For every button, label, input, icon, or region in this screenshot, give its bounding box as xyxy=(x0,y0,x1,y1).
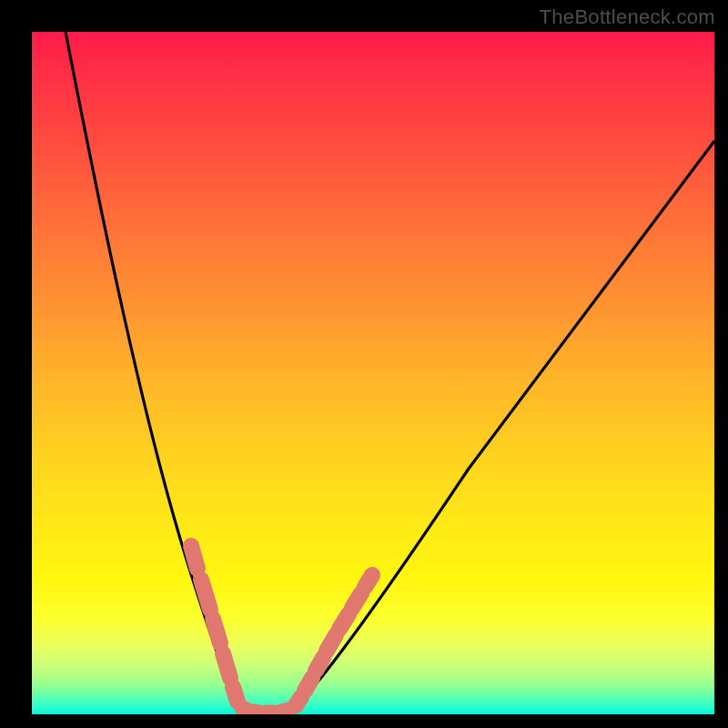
svg-line-11 xyxy=(316,658,323,671)
svg-line-0 xyxy=(191,546,197,569)
markers-bottom xyxy=(242,708,288,713)
svg-line-14 xyxy=(352,593,361,608)
svg-line-6 xyxy=(253,712,259,713)
svg-line-9 xyxy=(296,697,301,705)
svg-line-2 xyxy=(213,619,220,643)
plot-area xyxy=(32,32,714,714)
markers-left xyxy=(191,546,238,702)
svg-line-10 xyxy=(305,678,312,691)
markers-right xyxy=(296,575,372,705)
curve-path xyxy=(66,32,714,713)
watermark-text: TheBottleneck.com xyxy=(540,5,715,29)
svg-line-8 xyxy=(281,710,288,712)
bottleneck-curve xyxy=(32,32,714,714)
svg-line-1 xyxy=(201,580,210,610)
svg-line-3 xyxy=(223,653,230,678)
svg-line-13 xyxy=(339,614,349,629)
svg-line-4 xyxy=(233,687,238,702)
svg-line-15 xyxy=(365,575,372,587)
svg-line-12 xyxy=(327,635,336,651)
chart-frame: TheBottleneck.com xyxy=(0,0,728,728)
